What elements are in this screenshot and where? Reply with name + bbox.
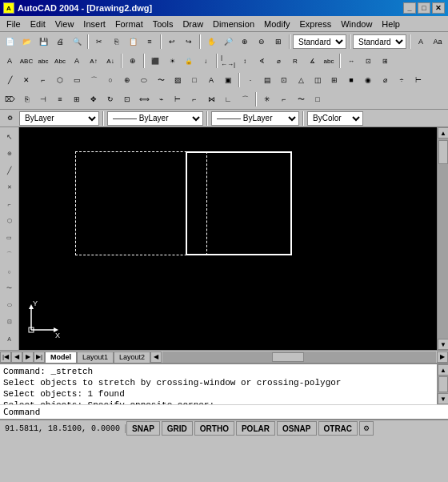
- menu-edit[interactable]: Edit: [26, 18, 50, 30]
- h-scroll-thumb[interactable]: [272, 352, 304, 362]
- tab-layout1[interactable]: Layout1: [77, 351, 114, 363]
- xline-btn[interactable]: ✕: [18, 72, 34, 88]
- polyline-btn[interactable]: ⌐: [35, 72, 51, 88]
- lt-mtext-btn[interactable]: A: [2, 331, 18, 347]
- save-button[interactable]: 💾: [35, 34, 51, 50]
- tab-nav-prev[interactable]: ◀: [11, 351, 22, 363]
- standard-dropdown[interactable]: Standard: [293, 34, 346, 49]
- lt-line-btn[interactable]: ╱: [2, 163, 18, 179]
- dim-btn10[interactable]: ⊞: [377, 53, 393, 69]
- cmd-scroll-up[interactable]: ▲: [438, 364, 448, 376]
- div-btn[interactable]: ÷: [394, 72, 410, 88]
- dim-btn1[interactable]: |←→|: [220, 53, 236, 69]
- fillet-btn[interactable]: ⌒: [237, 91, 253, 107]
- offset-btn[interactable]: ≡: [52, 91, 68, 107]
- grid-button[interactable]: GRID: [162, 421, 193, 436]
- revision-btn[interactable]: ⊕: [119, 72, 135, 88]
- region-btn[interactable]: □: [186, 72, 202, 88]
- layer-btn2[interactable]: ☀: [164, 53, 180, 69]
- scroll-thumb-v[interactable]: [438, 140, 448, 164]
- tab-nav-first[interactable]: |◀: [0, 351, 11, 363]
- paste-button[interactable]: 📋: [125, 34, 141, 50]
- copy-button[interactable]: ⎘: [108, 34, 124, 50]
- boundary-btn[interactable]: ⊡: [276, 72, 292, 88]
- maximize-button[interactable]: □: [418, 2, 430, 14]
- break-btn[interactable]: ⌐: [186, 91, 202, 107]
- extend-btn[interactable]: ⊢: [170, 91, 186, 107]
- cmd-scroll-down[interactable]: ▼: [438, 393, 448, 404]
- donut-btn[interactable]: ◉: [360, 72, 376, 88]
- minimize-button[interactable]: _: [403, 2, 416, 14]
- text-btn5[interactable]: A: [69, 53, 85, 69]
- dim-btn6[interactable]: ∡: [304, 53, 320, 69]
- stretch-btn[interactable]: ⟺: [136, 91, 152, 107]
- lt-polyline-btn[interactable]: ⌐: [2, 196, 18, 212]
- style1-button[interactable]: A: [413, 34, 429, 50]
- copy-obj-btn[interactable]: ⎘: [18, 91, 34, 107]
- scroll-down-arrow[interactable]: ▼: [438, 339, 448, 350]
- dim-btn2[interactable]: ↕: [237, 53, 253, 69]
- style2-button[interactable]: Aa: [430, 34, 446, 50]
- lt-ellipse-btn[interactable]: ⬭: [2, 297, 18, 313]
- layer-btn4[interactable]: ↓: [198, 53, 214, 69]
- chamfer-btn[interactable]: ∟: [220, 91, 236, 107]
- erase-btn[interactable]: ⌦: [2, 91, 18, 107]
- tab-model[interactable]: Model: [45, 351, 77, 363]
- lt-polygon-btn[interactable]: ⬡: [2, 213, 18, 229]
- menu-draw[interactable]: Draw: [178, 18, 208, 30]
- menu-tools[interactable]: Tools: [148, 18, 178, 30]
- redo-button[interactable]: ↪: [181, 34, 197, 50]
- meas-btn[interactable]: ⊢: [410, 72, 426, 88]
- command-input[interactable]: [43, 407, 445, 417]
- circle-btn[interactable]: ○: [102, 72, 118, 88]
- trim-btn[interactable]: ⌁: [153, 91, 169, 107]
- pedit-btn[interactable]: ⌐: [276, 91, 292, 107]
- otrack-button[interactable]: OTRAC: [318, 421, 358, 436]
- point-btn[interactable]: ·: [242, 72, 258, 88]
- open-button[interactable]: 📂: [18, 34, 34, 50]
- preview-button[interactable]: 🔍: [69, 34, 85, 50]
- osnap-button[interactable]: OSNAP: [277, 421, 317, 436]
- text-btn6[interactable]: A↑: [86, 53, 102, 69]
- lt-pick-btn[interactable]: ⊕: [2, 146, 18, 162]
- hscroll-left[interactable]: ◀: [150, 351, 162, 363]
- face-btn[interactable]: ◫: [310, 72, 326, 88]
- ortho-button[interactable]: ORTHO: [194, 421, 234, 436]
- close-button[interactable]: ✕: [432, 2, 445, 14]
- print-button[interactable]: 🖨: [52, 34, 68, 50]
- lt-arc-btn[interactable]: ⌒: [2, 247, 18, 263]
- mtext-btn[interactable]: A: [203, 72, 219, 88]
- zoomwindow-button[interactable]: ⊕: [237, 34, 253, 50]
- helix-btn[interactable]: ⌀: [377, 72, 393, 88]
- text-btn4[interactable]: Abc: [52, 53, 68, 69]
- move-btn[interactable]: ✥: [86, 91, 102, 107]
- standard-dropdown2[interactable]: Standard: [353, 34, 406, 49]
- layer-btn1[interactable]: ⬛: [147, 53, 163, 69]
- spline-btn[interactable]: 〜: [153, 72, 169, 88]
- insert-btn[interactable]: ⊕: [125, 53, 141, 69]
- lt-rect-btn[interactable]: ▭: [2, 230, 18, 246]
- zoom-prev-button[interactable]: ⊖: [254, 34, 270, 50]
- menu-window[interactable]: Window: [336, 18, 377, 30]
- menu-file[interactable]: File: [2, 18, 26, 30]
- zoom-button[interactable]: 🔎: [220, 34, 236, 50]
- text-btn1[interactable]: A: [2, 53, 18, 69]
- zoom-extent-button[interactable]: ⊞: [270, 34, 286, 50]
- rect-btn[interactable]: ▭: [69, 72, 85, 88]
- dim-btn8[interactable]: ↔: [343, 53, 359, 69]
- explode-btn[interactable]: ✳: [259, 91, 275, 107]
- snap-button[interactable]: SNAP: [126, 421, 160, 436]
- lt-xline-btn[interactable]: ✕: [2, 179, 18, 195]
- status-icon-1[interactable]: ⚙: [359, 421, 374, 436]
- lineweight-dropdown[interactable]: ByColor: [307, 111, 363, 126]
- lt-insert-btn[interactable]: ⊡: [2, 314, 18, 330]
- window-controls[interactable]: _ □ ✕: [403, 2, 445, 14]
- splinedit-btn[interactable]: 〜: [293, 91, 309, 107]
- cmd-scroll-track[interactable]: [438, 376, 448, 393]
- text-btn3[interactable]: abc: [35, 53, 51, 69]
- menu-format[interactable]: Format: [110, 18, 148, 30]
- mesh-btn[interactable]: ⊞: [326, 72, 342, 88]
- scale-btn[interactable]: ⊡: [119, 91, 135, 107]
- block-btn[interactable]: ▣: [220, 72, 236, 88]
- linetype-dropdown[interactable]: ——— ByLayer: [107, 111, 203, 126]
